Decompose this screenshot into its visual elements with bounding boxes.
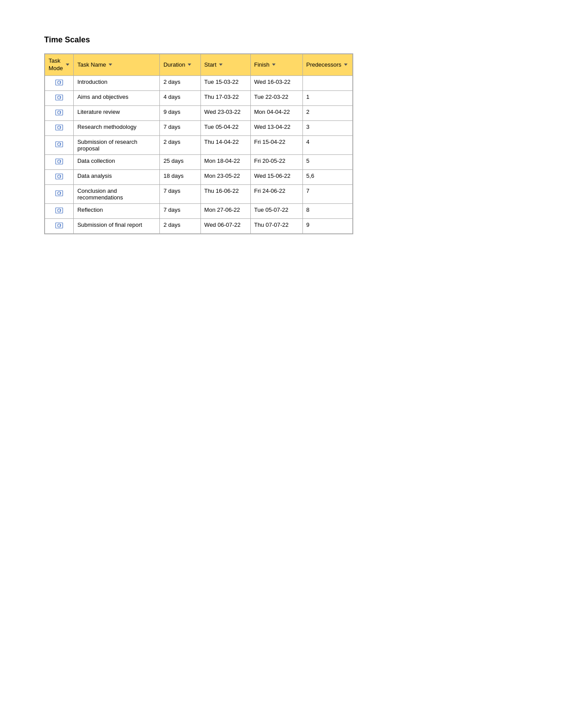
start-cell: Mon 27-06-22 — [200, 203, 250, 218]
start-cell: Tue 05-04-22 — [200, 120, 250, 135]
page-title: Time Scales — [44, 35, 519, 45]
task-mode-icon — [55, 109, 63, 118]
gantt-table: Task Mode Task Name Duration — [45, 54, 353, 234]
duration-cell: 7 days — [160, 203, 200, 218]
svg-rect-14 — [56, 191, 63, 196]
start-cell: Wed 23-03-22 — [200, 105, 250, 120]
svg-rect-0 — [56, 80, 63, 85]
task-mode-dropdown-arrow[interactable] — [66, 64, 69, 66]
task-mode-cell — [45, 203, 74, 218]
task-mode-cell — [45, 169, 74, 184]
table-row[interactable]: Conclusion and recommendations7 daysThu … — [45, 184, 353, 203]
col-header-task-name[interactable]: Task Name — [74, 54, 160, 76]
task-mode-icon — [55, 94, 63, 103]
task-name-cell: Data collection — [74, 154, 160, 169]
task-mode-icon — [55, 221, 63, 231]
col-header-finish[interactable]: Finish — [250, 54, 302, 76]
table-row[interactable]: Data collection25 daysMon 18-04-22Fri 20… — [45, 154, 353, 169]
duration-cell: 2 days — [160, 135, 200, 154]
duration-dropdown-arrow[interactable] — [188, 64, 191, 66]
task-name-cell: Aims and objectives — [74, 90, 160, 105]
duration-cell: 4 days — [160, 90, 200, 105]
svg-rect-18 — [56, 223, 63, 228]
task-mode-cell — [45, 75, 74, 90]
task-mode-cell — [45, 135, 74, 154]
predecessors-cell: 5 — [302, 154, 352, 169]
predecessors-cell: 2 — [302, 105, 352, 120]
task-name-cell: Data analysis — [74, 169, 160, 184]
task-name-dropdown-arrow[interactable] — [109, 64, 112, 66]
start-cell: Tue 15-03-22 — [200, 75, 250, 90]
task-mode-icon — [55, 206, 63, 216]
finish-cell: Thu 07-07-22 — [250, 218, 302, 233]
task-name-cell: Literature review — [74, 105, 160, 120]
start-dropdown-arrow[interactable] — [219, 64, 223, 66]
svg-rect-2 — [56, 95, 63, 100]
duration-cell: 18 days — [160, 169, 200, 184]
svg-rect-12 — [56, 174, 63, 179]
table-row[interactable]: Aims and objectives4 daysThu 17-03-22Tue… — [45, 90, 353, 105]
finish-cell: Tue 22-03-22 — [250, 90, 302, 105]
svg-rect-8 — [56, 142, 63, 147]
table-row[interactable]: Literature review9 daysWed 23-03-22Mon 0… — [45, 105, 353, 120]
table-row[interactable]: Submission of research proposal2 daysThu… — [45, 135, 353, 154]
table-row[interactable]: Reflection7 daysMon 27-06-22Tue 05-07-22… — [45, 203, 353, 218]
start-cell: Thu 16-06-22 — [200, 184, 250, 203]
svg-rect-6 — [56, 125, 63, 130]
col-header-start[interactable]: Start — [200, 54, 250, 76]
svg-rect-10 — [56, 159, 63, 164]
start-cell: Wed 06-07-22 — [200, 218, 250, 233]
predecessors-cell: 9 — [302, 218, 352, 233]
col-label-start: Start — [204, 61, 216, 68]
task-mode-cell — [45, 218, 74, 233]
start-cell: Thu 17-03-22 — [200, 90, 250, 105]
predecessors-cell: 5,6 — [302, 169, 352, 184]
finish-dropdown-arrow[interactable] — [272, 64, 276, 66]
col-header-duration[interactable]: Duration — [160, 54, 200, 76]
task-mode-icon — [55, 79, 63, 88]
predecessors-cell — [302, 75, 352, 90]
predecessors-dropdown-arrow[interactable] — [344, 64, 348, 66]
col-label-finish: Finish — [254, 61, 270, 68]
task-mode-icon — [55, 189, 63, 199]
task-mode-icon — [55, 158, 63, 167]
table-row[interactable]: Data analysis18 daysMon 23-05-22Wed 15-0… — [45, 169, 353, 184]
predecessors-cell: 3 — [302, 120, 352, 135]
col-header-task-mode[interactable]: Task Mode — [45, 54, 74, 76]
col-label-predecessors: Predecessors — [306, 61, 341, 68]
gantt-table-wrapper: Task Mode Task Name Duration — [44, 53, 353, 234]
duration-cell: 2 days — [160, 75, 200, 90]
col-label-task-mode: Task Mode — [49, 57, 63, 72]
table-body: Introduction2 daysTue 15-03-22Wed 16-03-… — [45, 75, 353, 233]
finish-cell: Tue 05-07-22 — [250, 203, 302, 218]
svg-rect-16 — [56, 208, 63, 213]
task-name-cell: Submission of final report — [74, 218, 160, 233]
finish-cell: Fri 24-06-22 — [250, 184, 302, 203]
col-label-duration: Duration — [163, 61, 185, 68]
finish-cell: Wed 13-04-22 — [250, 120, 302, 135]
duration-cell: 7 days — [160, 120, 200, 135]
predecessors-cell: 4 — [302, 135, 352, 154]
col-label-task-name: Task Name — [77, 61, 106, 68]
svg-rect-4 — [56, 110, 63, 115]
start-cell: Mon 23-05-22 — [200, 169, 250, 184]
duration-cell: 25 days — [160, 154, 200, 169]
table-row[interactable]: Introduction2 daysTue 15-03-22Wed 16-03-… — [45, 75, 353, 90]
task-mode-cell — [45, 120, 74, 135]
duration-cell: 9 days — [160, 105, 200, 120]
task-mode-icon — [55, 140, 63, 150]
table-row[interactable]: Research methodology7 daysTue 05-04-22We… — [45, 120, 353, 135]
table-row[interactable]: Submission of final report2 daysWed 06-0… — [45, 218, 353, 233]
task-name-cell: Submission of research proposal — [74, 135, 160, 154]
finish-cell: Wed 16-03-22 — [250, 75, 302, 90]
task-mode-cell — [45, 105, 74, 120]
predecessors-cell: 8 — [302, 203, 352, 218]
duration-cell: 7 days — [160, 184, 200, 203]
header-row: Task Mode Task Name Duration — [45, 54, 353, 76]
task-name-cell: Research methodology — [74, 120, 160, 135]
finish-cell: Fri 20-05-22 — [250, 154, 302, 169]
start-cell: Thu 14-04-22 — [200, 135, 250, 154]
task-name-cell: Conclusion and recommendations — [74, 184, 160, 203]
col-header-predecessors[interactable]: Predecessors — [302, 54, 352, 76]
finish-cell: Fri 15-04-22 — [250, 135, 302, 154]
